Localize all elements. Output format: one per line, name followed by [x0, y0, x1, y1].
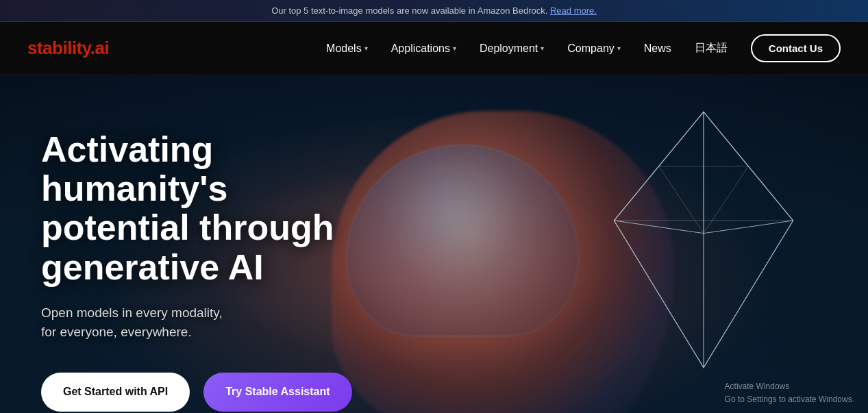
- logo-dot: .: [90, 38, 95, 58]
- logo-brand: stability: [27, 38, 90, 58]
- try-stable-assistant-button[interactable]: Try Stable Assistant: [203, 373, 351, 412]
- main-navigation: stability.ai Models ▾ Applications ▾ Dep…: [0, 22, 868, 75]
- svg-line-11: [704, 166, 748, 234]
- nav-news-label: News: [644, 42, 671, 55]
- svg-line-12: [614, 166, 658, 221]
- chevron-down-icon: ▾: [453, 45, 456, 52]
- chevron-down-icon: ▾: [541, 45, 544, 52]
- hero-subtext: Open models in every modality,for everyo…: [41, 303, 370, 342]
- windows-watermark: Activate Windows Go to Settings to activ…: [725, 380, 854, 406]
- hero-headline: Activating humanity's potential through …: [41, 130, 370, 287]
- contact-us-button[interactable]: Contact Us: [751, 34, 841, 62]
- logo[interactable]: stability.ai: [27, 38, 109, 59]
- svg-marker-4: [614, 221, 704, 368]
- windows-activate-line2: Go to Settings to activate Windows.: [725, 393, 854, 406]
- nav-item-japanese[interactable]: 日本語: [685, 36, 737, 61]
- nav-item-deployment[interactable]: Deployment ▾: [470, 37, 554, 60]
- nav-applications-label: Applications: [391, 42, 450, 55]
- nav-links: Models ▾ Applications ▾ Deployment ▾ Com…: [317, 36, 737, 61]
- nav-japanese-label: 日本語: [695, 41, 728, 55]
- logo-ai: ai: [95, 38, 110, 58]
- svg-marker-3: [704, 221, 793, 368]
- svg-line-8: [659, 112, 704, 166]
- get-started-api-button[interactable]: Get Started with API: [41, 373, 190, 412]
- nav-item-news[interactable]: News: [634, 37, 681, 60]
- nav-item-models[interactable]: Models ▾: [317, 37, 377, 60]
- svg-line-10: [659, 166, 704, 234]
- nav-deployment-label: Deployment: [480, 42, 538, 55]
- announcement-bar: Our top 5 text-to-image models are now a…: [0, 0, 868, 22]
- geometric-diamond: [608, 103, 799, 377]
- chevron-down-icon: ▾: [617, 45, 621, 52]
- hero-section: Activating humanity's potential through …: [0, 75, 868, 413]
- announcement-link[interactable]: Read more.: [550, 5, 597, 16]
- hero-buttons: Get Started with API Try Stable Assistan…: [41, 373, 370, 412]
- svg-marker-2: [614, 112, 704, 233]
- chevron-down-icon: ▾: [364, 45, 368, 52]
- svg-marker-1: [704, 112, 793, 233]
- svg-line-7: [704, 112, 748, 166]
- svg-line-13: [748, 166, 793, 221]
- nav-item-company[interactable]: Company ▾: [558, 37, 630, 60]
- announcement-text: Our top 5 text-to-image models are now a…: [271, 5, 547, 16]
- windows-activate-line1: Activate Windows: [725, 380, 854, 393]
- nav-models-label: Models: [326, 42, 362, 55]
- nav-company-label: Company: [567, 42, 614, 55]
- nav-item-applications[interactable]: Applications ▾: [382, 37, 466, 60]
- hero-content: Activating humanity's potential through …: [0, 75, 411, 413]
